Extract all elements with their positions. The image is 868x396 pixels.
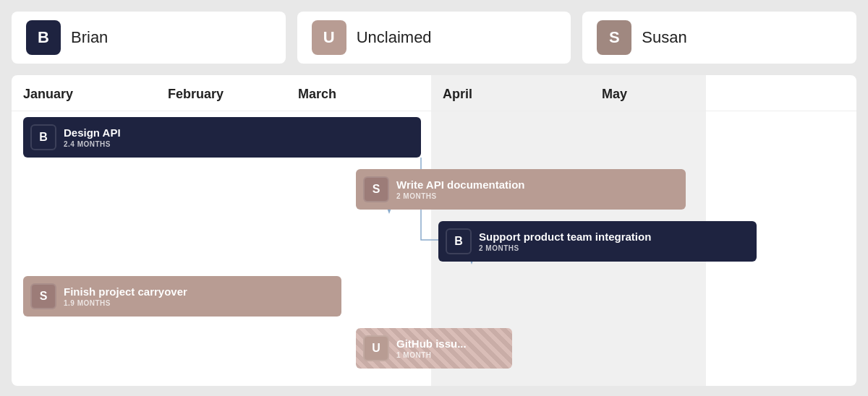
bar-write-api-docs[interactable]: S Write API documentation 2 months [356,169,686,210]
avatar-unclaimed: U [312,20,346,55]
legend-row: B Brian U Unclaimed S Susan [12,12,856,64]
month-cell-march: March [286,75,431,111]
bar-info-finish-carryover: Finish project carryover 1.9 months [64,285,187,307]
month-cell-february: February [156,75,286,111]
legend-card-unclaimed[interactable]: U Unclaimed [297,12,571,64]
bar-duration-support-product: 2 months [479,244,651,252]
legend-name-unclaimed: Unclaimed [357,28,432,47]
legend-name-brian: Brian [71,28,108,47]
bar-avatar-write-api-docs: S [363,176,389,202]
bar-info-github-issues: GitHub issu... 1 month [396,337,467,359]
avatar-susan: S [597,20,631,55]
gantt-body: B Design API 2.4 months S Write API docu… [12,111,856,386]
gantt-container: JanuaryFebruaryMarchAprilMay B Design AP… [12,75,856,386]
month-cell-april: April [431,75,590,111]
bar-avatar-support-product: B [446,228,472,254]
bar-github-issues[interactable]: U GitHub issu... 1 month [356,328,512,369]
bar-duration-write-api-docs: 2 months [396,192,525,200]
bar-title-support-product: Support product team integration [479,231,651,243]
bar-info-write-api-docs: Write API documentation 2 months [396,178,525,200]
bar-duration-github-issues: 1 month [396,351,467,359]
bar-avatar-github-issues: U [363,335,389,361]
bar-info-support-product: Support product team integration 2 month… [479,231,651,252]
bar-duration-design-api: 2.4 months [64,140,121,148]
bar-avatar-design-api: B [30,124,56,150]
month-cell-may: May [590,75,706,111]
bar-title-design-api: Design API [64,126,121,139]
month-cell-january: January [12,75,156,111]
legend-card-brian[interactable]: B Brian [12,12,286,64]
avatar-brian: B [26,20,61,55]
month-header: JanuaryFebruaryMarchAprilMay [12,75,856,111]
bar-title-write-api-docs: Write API documentation [396,178,525,191]
bar-title-finish-carryover: Finish project carryover [64,285,187,298]
legend-card-susan[interactable]: S Susan [582,12,856,64]
bar-support-product[interactable]: B Support product team integration 2 mon… [438,221,757,262]
bar-info-design-api: Design API 2.4 months [64,126,121,148]
bar-avatar-finish-carryover: S [30,283,56,309]
bar-title-github-issues: GitHub issu... [396,337,467,350]
bar-duration-finish-carryover: 1.9 months [64,299,187,307]
legend-name-susan: Susan [642,28,686,47]
bar-finish-carryover[interactable]: S Finish project carryover 1.9 months [23,276,341,317]
bar-design-api[interactable]: B Design API 2.4 months [23,117,421,158]
